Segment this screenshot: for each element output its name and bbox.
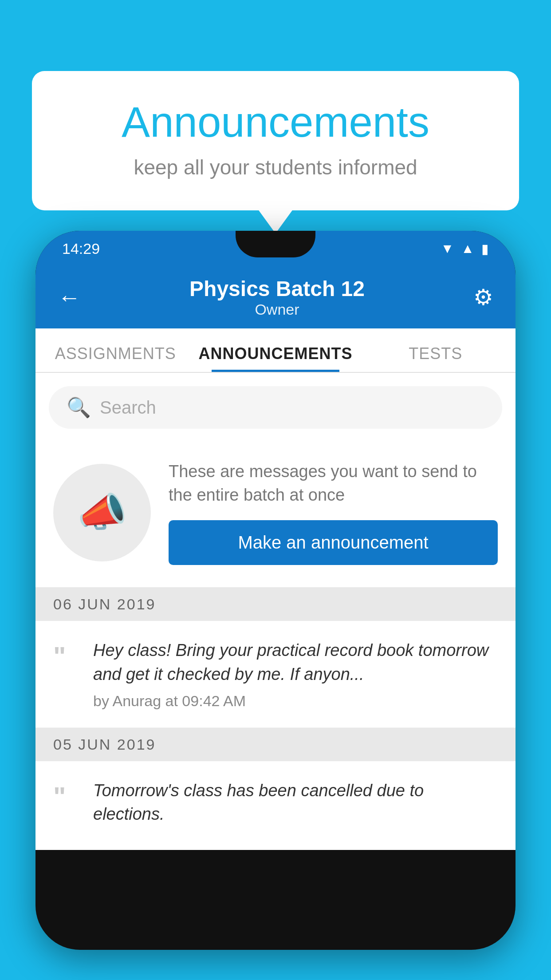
quote-icon-2: " [53,783,80,810]
announcement-item-2[interactable]: " Tomorrow's class has been cancelled du… [35,761,516,850]
announcement-content-2: Tomorrow's class has been cancelled due … [93,779,498,832]
battery-icon: ▮ [481,241,489,257]
status-bar: 14:29 ▼ ▲ ▮ [35,231,516,266]
announcements-title: Announcements [67,98,484,146]
megaphone-icon: 📣 [77,489,127,536]
settings-button[interactable]: ⚙ [473,285,493,310]
announcement-item-1[interactable]: " Hey class! Bring your practical record… [35,621,516,727]
status-icons: ▼ ▲ ▮ [441,241,489,257]
announcement-text-2: Tomorrow's class has been cancelled due … [93,779,498,826]
empty-icon-circle: 📣 [53,464,151,561]
tab-tests[interactable]: TESTS [355,344,516,372]
announcement-meta-1: by Anurag at 09:42 AM [93,692,498,710]
phone-frame: 14:29 ▼ ▲ ▮ ← Physics Batch 12 Owner ⚙ A… [35,231,516,950]
empty-state-description: These are messages you want to send to t… [169,460,498,507]
tab-announcements[interactable]: ANNOUNCEMENTS [196,344,356,372]
wifi-icon: ▼ [441,241,454,256]
content-area: 🔍 Search 📣 These are messages you want t… [35,373,516,850]
empty-state-right: These are messages you want to send to t… [169,460,498,565]
app-header: ← Physics Batch 12 Owner ⚙ [35,266,516,328]
make-announcement-button[interactable]: Make an announcement [169,520,498,565]
header-title-group: Physics Batch 12 Owner [189,277,365,318]
status-time: 14:29 [62,240,100,257]
speech-bubble: Announcements keep all your students inf… [32,71,519,210]
signal-icon: ▲ [461,241,474,256]
date-separator-1: 06 JUN 2019 [35,588,516,621]
phone-container: 14:29 ▼ ▲ ▮ ← Physics Batch 12 Owner ⚙ A… [35,231,516,980]
announcement-text-1: Hey class! Bring your practical record b… [93,639,498,686]
search-placeholder: Search [100,398,156,418]
search-icon: 🔍 [67,396,91,419]
date-separator-2: 05 JUN 2019 [35,728,516,761]
user-role: Owner [189,301,365,318]
empty-state: 📣 These are messages you want to send to… [35,442,516,588]
back-button[interactable]: ← [58,284,81,311]
batch-name: Physics Batch 12 [189,277,365,301]
announcements-subtitle: keep all your students informed [67,155,484,179]
phone-notch [236,231,315,257]
quote-icon-1: " [53,643,80,670]
tab-assignments[interactable]: ASSIGNMENTS [35,344,196,372]
tabs-container: ASSIGNMENTS ANNOUNCEMENTS TESTS [35,328,516,373]
search-bar[interactable]: 🔍 Search [49,386,502,429]
speech-bubble-container: Announcements keep all your students inf… [32,71,519,210]
announcement-content-1: Hey class! Bring your practical record b… [93,639,498,709]
